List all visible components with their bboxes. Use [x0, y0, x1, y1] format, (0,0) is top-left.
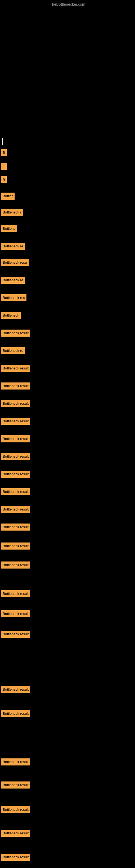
result-item: Bottleneck result	[1, 382, 30, 390]
result-item: Bottleneck result	[1, 488, 30, 495]
result-item: Bottleneck result	[1, 506, 30, 513]
result-item: Bottleneck result	[1, 590, 30, 597]
result-item: B	[1, 149, 7, 156]
result-item: E	[1, 163, 7, 170]
result-item: Bottleneck result	[1, 758, 30, 766]
result-item: Bottleneck result	[1, 453, 30, 460]
result-item: Bottleneck result	[1, 710, 30, 717]
cursor-indicator	[2, 138, 3, 145]
result-item: Bottleneck result	[1, 854, 30, 861]
result-item: Bottleneck result	[1, 418, 30, 425]
result-item: Bottleneck r	[1, 209, 23, 216]
site-title: TheBottlenecker.com	[50, 2, 85, 6]
result-item: Bottleneck resu	[1, 259, 29, 266]
result-item: Bottleneck result	[1, 806, 30, 813]
result-item: Bottleneck result	[1, 610, 30, 617]
result-item: Bottler	[1, 193, 14, 199]
result-item: Bottleneck result	[1, 400, 30, 407]
result-item: Bottleneck result	[1, 365, 30, 372]
result-item: B	[1, 176, 7, 183]
result-item: Bottleneck result	[1, 330, 30, 337]
result-item: Bottleneck re	[1, 347, 25, 354]
result-item: Bottleneck result	[1, 524, 30, 531]
result-item: Bottleneck result	[1, 631, 30, 638]
result-item: Bottleneck result	[1, 686, 30, 693]
result-item: Bottleneck result	[1, 542, 30, 550]
result-item: Bottleneck re	[1, 277, 25, 284]
result-item: Bottleneck result	[1, 471, 30, 478]
result-item: Bottleneck	[1, 312, 21, 319]
result-item: Bottleneck result	[1, 561, 30, 568]
result-item: Bottleneck result	[1, 781, 30, 788]
result-item: Bottleneck res	[1, 294, 27, 301]
result-item: Bottleneck re	[1, 243, 25, 250]
result-item: Bottlene	[1, 225, 17, 232]
result-item: Bottleneck result	[1, 435, 30, 442]
result-item: Bottleneck result	[1, 830, 30, 837]
